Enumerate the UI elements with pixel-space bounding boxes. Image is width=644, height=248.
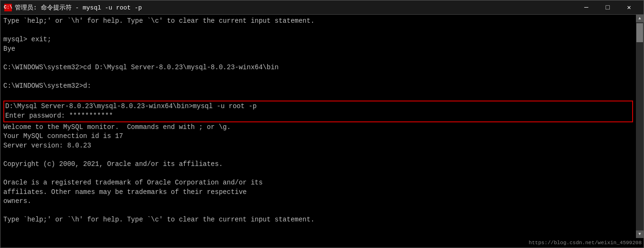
highlighted-command-block: D:\Mysql Server-8.0.23\mysql-8.0.23-winx… [3, 101, 633, 122]
terminal-line: Bye [3, 45, 633, 54]
terminal-line [3, 73, 633, 82]
terminal-content[interactable]: Type `help;' or `\h' for help. Type `\c'… [0, 15, 636, 238]
window-controls: ─ □ ✕ [576, 0, 640, 15]
terminal-line [3, 54, 633, 63]
terminal-wrapper: Type `help;' or `\h' for help. Type `\c'… [0, 15, 644, 238]
scrollbar[interactable]: ▲ ▼ [636, 15, 644, 238]
url-text: https://blog.csdn.net/weixin_4599208 [529, 240, 642, 246]
terminal-line: Copyright (c) 2000, 2021, Oracle and/or … [3, 160, 633, 169]
terminal-line: Server version: 8.0.23 [3, 141, 633, 151]
terminal-line: Type `help;' or `\h' for help. Type `\c'… [3, 215, 633, 225]
title-bar-text: 管理员: 命令提示符 - mysql -u root -p [15, 3, 576, 12]
cmd-window: C:\ 管理员: 命令提示符 - mysql -u root -p ─ □ ✕ … [0, 0, 644, 248]
terminal-line: C:\WINDOWS\system32>cd D:\Mysql Server-8… [3, 63, 633, 73]
title-bar: C:\ 管理员: 命令提示符 - mysql -u root -p ─ □ ✕ [0, 0, 644, 15]
terminal-line: C:\WINDOWS\system32>d: [3, 82, 633, 91]
terminal-line: Welcome to the MySQL monitor. Commands e… [3, 123, 633, 132]
terminal-line: owners. [3, 197, 633, 206]
terminal-line [3, 91, 633, 101]
terminal-line: Type `help;' or `\h' for help. Type `\c'… [3, 17, 633, 26]
terminal-line: affiliates. Other names may be trademark… [3, 188, 633, 197]
scrollbar-thumb[interactable] [636, 23, 643, 42]
bottom-bar: https://blog.csdn.net/weixin_4599208 [0, 238, 644, 248]
terminal-line [3, 26, 633, 36]
terminal-line: Oracle is a registered trademark of Orac… [3, 178, 633, 188]
minimize-button[interactable]: ─ [576, 0, 597, 15]
close-button[interactable]: ✕ [618, 0, 640, 15]
scrollbar-up-button[interactable]: ▲ [636, 15, 644, 22]
terminal-line: Your MySQL connection id is 17 [3, 132, 633, 141]
maximize-button[interactable]: □ [597, 0, 618, 15]
terminal-line [3, 169, 633, 179]
terminal-line [3, 206, 633, 216]
scrollbar-down-button[interactable]: ▼ [636, 230, 644, 238]
app-icon: C:\ [4, 4, 12, 11]
terminal-line: mysql> exit; [3, 35, 633, 45]
scrollbar-track [636, 22, 644, 230]
terminal-line [3, 150, 633, 160]
